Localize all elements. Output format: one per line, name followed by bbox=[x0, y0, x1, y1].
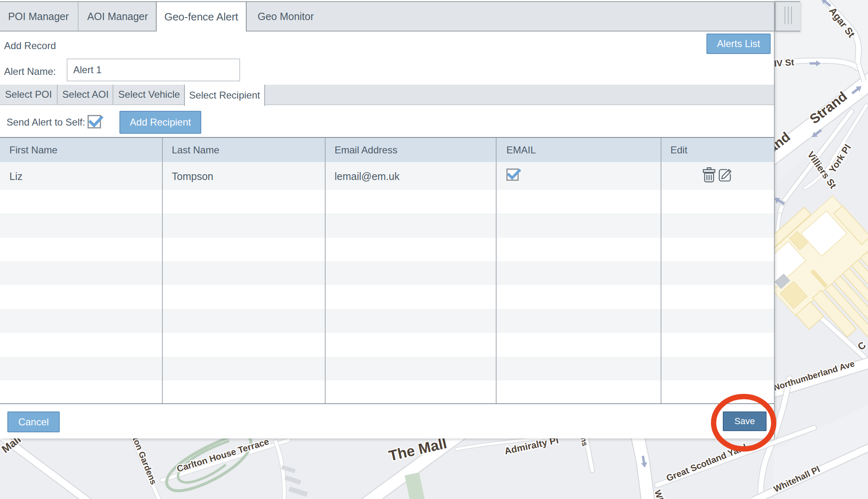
svg-text:IV St: IV St bbox=[774, 57, 795, 69]
